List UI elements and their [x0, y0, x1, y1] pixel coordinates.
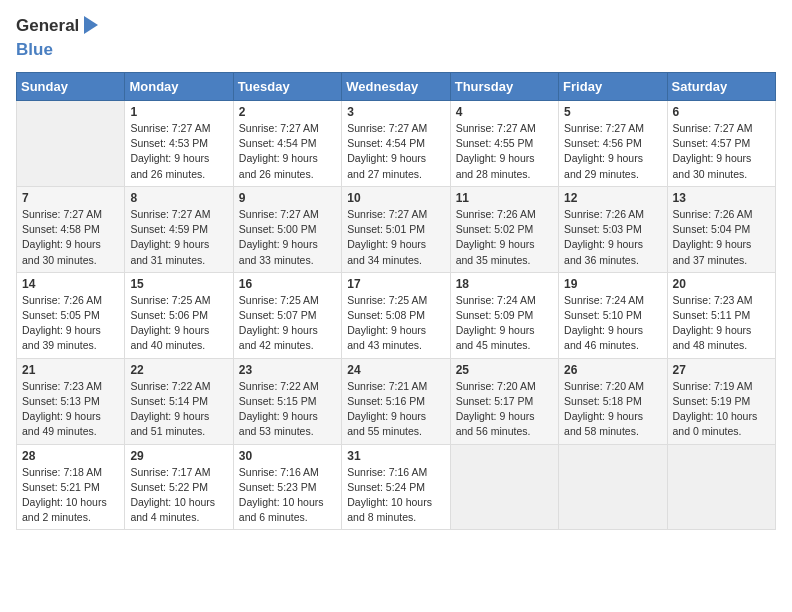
day-info: Sunrise: 7:16 AMSunset: 5:24 PMDaylight:…	[347, 465, 444, 526]
day-number: 18	[456, 277, 553, 291]
day-number: 10	[347, 191, 444, 205]
calendar-cell: 7Sunrise: 7:27 AMSunset: 4:58 PMDaylight…	[17, 186, 125, 272]
weekday-sunday: Sunday	[17, 73, 125, 101]
day-number: 14	[22, 277, 119, 291]
day-number: 13	[673, 191, 770, 205]
day-info: Sunrise: 7:24 AMSunset: 5:10 PMDaylight:…	[564, 293, 661, 354]
week-row-2: 14Sunrise: 7:26 AMSunset: 5:05 PMDayligh…	[17, 272, 776, 358]
calendar-cell: 13Sunrise: 7:26 AMSunset: 5:04 PMDayligh…	[667, 186, 775, 272]
calendar-cell	[450, 444, 558, 530]
calendar-cell: 30Sunrise: 7:16 AMSunset: 5:23 PMDayligh…	[233, 444, 341, 530]
logo: General Blue	[16, 16, 98, 60]
day-info: Sunrise: 7:22 AMSunset: 5:14 PMDaylight:…	[130, 379, 227, 440]
day-number: 15	[130, 277, 227, 291]
day-number: 8	[130, 191, 227, 205]
day-info: Sunrise: 7:25 AMSunset: 5:08 PMDaylight:…	[347, 293, 444, 354]
day-number: 9	[239, 191, 336, 205]
day-number: 11	[456, 191, 553, 205]
week-row-1: 7Sunrise: 7:27 AMSunset: 4:58 PMDaylight…	[17, 186, 776, 272]
day-info: Sunrise: 7:22 AMSunset: 5:15 PMDaylight:…	[239, 379, 336, 440]
day-number: 6	[673, 105, 770, 119]
logo-wordmark: General	[16, 16, 98, 36]
calendar-cell: 15Sunrise: 7:25 AMSunset: 5:06 PMDayligh…	[125, 272, 233, 358]
day-info: Sunrise: 7:16 AMSunset: 5:23 PMDaylight:…	[239, 465, 336, 526]
day-info: Sunrise: 7:27 AMSunset: 4:58 PMDaylight:…	[22, 207, 119, 268]
day-info: Sunrise: 7:27 AMSunset: 5:00 PMDaylight:…	[239, 207, 336, 268]
day-info: Sunrise: 7:27 AMSunset: 4:57 PMDaylight:…	[673, 121, 770, 182]
logo-text-general: General	[16, 16, 79, 36]
day-info: Sunrise: 7:27 AMSunset: 4:53 PMDaylight:…	[130, 121, 227, 182]
day-info: Sunrise: 7:23 AMSunset: 5:11 PMDaylight:…	[673, 293, 770, 354]
calendar-cell: 24Sunrise: 7:21 AMSunset: 5:16 PMDayligh…	[342, 358, 450, 444]
day-number: 2	[239, 105, 336, 119]
day-number: 24	[347, 363, 444, 377]
day-info: Sunrise: 7:27 AMSunset: 4:54 PMDaylight:…	[239, 121, 336, 182]
weekday-thursday: Thursday	[450, 73, 558, 101]
logo-text-blue: Blue	[16, 40, 53, 59]
day-number: 5	[564, 105, 661, 119]
day-info: Sunrise: 7:20 AMSunset: 5:17 PMDaylight:…	[456, 379, 553, 440]
day-number: 22	[130, 363, 227, 377]
day-number: 28	[22, 449, 119, 463]
calendar-cell: 10Sunrise: 7:27 AMSunset: 5:01 PMDayligh…	[342, 186, 450, 272]
calendar-cell: 27Sunrise: 7:19 AMSunset: 5:19 PMDayligh…	[667, 358, 775, 444]
day-number: 25	[456, 363, 553, 377]
weekday-wednesday: Wednesday	[342, 73, 450, 101]
logo-text-blue-wrap: Blue	[16, 40, 53, 60]
day-number: 12	[564, 191, 661, 205]
day-number: 29	[130, 449, 227, 463]
day-info: Sunrise: 7:24 AMSunset: 5:09 PMDaylight:…	[456, 293, 553, 354]
calendar-cell: 25Sunrise: 7:20 AMSunset: 5:17 PMDayligh…	[450, 358, 558, 444]
day-number: 23	[239, 363, 336, 377]
day-number: 20	[673, 277, 770, 291]
weekday-monday: Monday	[125, 73, 233, 101]
day-info: Sunrise: 7:27 AMSunset: 4:55 PMDaylight:…	[456, 121, 553, 182]
calendar-cell: 9Sunrise: 7:27 AMSunset: 5:00 PMDaylight…	[233, 186, 341, 272]
day-info: Sunrise: 7:23 AMSunset: 5:13 PMDaylight:…	[22, 379, 119, 440]
day-info: Sunrise: 7:20 AMSunset: 5:18 PMDaylight:…	[564, 379, 661, 440]
calendar-cell: 22Sunrise: 7:22 AMSunset: 5:14 PMDayligh…	[125, 358, 233, 444]
weekday-saturday: Saturday	[667, 73, 775, 101]
day-info: Sunrise: 7:26 AMSunset: 5:02 PMDaylight:…	[456, 207, 553, 268]
day-info: Sunrise: 7:25 AMSunset: 5:07 PMDaylight:…	[239, 293, 336, 354]
day-info: Sunrise: 7:17 AMSunset: 5:22 PMDaylight:…	[130, 465, 227, 526]
calendar-cell: 6Sunrise: 7:27 AMSunset: 4:57 PMDaylight…	[667, 101, 775, 187]
day-number: 1	[130, 105, 227, 119]
calendar-cell	[17, 101, 125, 187]
calendar-cell: 20Sunrise: 7:23 AMSunset: 5:11 PMDayligh…	[667, 272, 775, 358]
day-info: Sunrise: 7:27 AMSunset: 4:56 PMDaylight:…	[564, 121, 661, 182]
calendar-table: SundayMondayTuesdayWednesdayThursdayFrid…	[16, 72, 776, 530]
calendar-cell: 19Sunrise: 7:24 AMSunset: 5:10 PMDayligh…	[559, 272, 667, 358]
day-number: 7	[22, 191, 119, 205]
day-number: 30	[239, 449, 336, 463]
calendar-cell: 31Sunrise: 7:16 AMSunset: 5:24 PMDayligh…	[342, 444, 450, 530]
day-info: Sunrise: 7:25 AMSunset: 5:06 PMDaylight:…	[130, 293, 227, 354]
calendar-cell: 26Sunrise: 7:20 AMSunset: 5:18 PMDayligh…	[559, 358, 667, 444]
calendar-cell: 1Sunrise: 7:27 AMSunset: 4:53 PMDaylight…	[125, 101, 233, 187]
calendar-cell: 18Sunrise: 7:24 AMSunset: 5:09 PMDayligh…	[450, 272, 558, 358]
calendar-cell	[667, 444, 775, 530]
day-number: 3	[347, 105, 444, 119]
calendar-cell: 8Sunrise: 7:27 AMSunset: 4:59 PMDaylight…	[125, 186, 233, 272]
calendar-cell: 23Sunrise: 7:22 AMSunset: 5:15 PMDayligh…	[233, 358, 341, 444]
day-info: Sunrise: 7:18 AMSunset: 5:21 PMDaylight:…	[22, 465, 119, 526]
calendar-cell: 11Sunrise: 7:26 AMSunset: 5:02 PMDayligh…	[450, 186, 558, 272]
day-info: Sunrise: 7:26 AMSunset: 5:03 PMDaylight:…	[564, 207, 661, 268]
calendar-cell: 14Sunrise: 7:26 AMSunset: 5:05 PMDayligh…	[17, 272, 125, 358]
weekday-friday: Friday	[559, 73, 667, 101]
weekday-tuesday: Tuesday	[233, 73, 341, 101]
calendar-cell: 12Sunrise: 7:26 AMSunset: 5:03 PMDayligh…	[559, 186, 667, 272]
day-number: 4	[456, 105, 553, 119]
calendar-cell	[559, 444, 667, 530]
day-info: Sunrise: 7:27 AMSunset: 4:59 PMDaylight:…	[130, 207, 227, 268]
week-row-0: 1Sunrise: 7:27 AMSunset: 4:53 PMDaylight…	[17, 101, 776, 187]
calendar-cell: 2Sunrise: 7:27 AMSunset: 4:54 PMDaylight…	[233, 101, 341, 187]
day-info: Sunrise: 7:27 AMSunset: 5:01 PMDaylight:…	[347, 207, 444, 268]
week-row-3: 21Sunrise: 7:23 AMSunset: 5:13 PMDayligh…	[17, 358, 776, 444]
calendar-cell: 28Sunrise: 7:18 AMSunset: 5:21 PMDayligh…	[17, 444, 125, 530]
calendar-cell: 3Sunrise: 7:27 AMSunset: 4:54 PMDaylight…	[342, 101, 450, 187]
calendar-cell: 16Sunrise: 7:25 AMSunset: 5:07 PMDayligh…	[233, 272, 341, 358]
day-info: Sunrise: 7:21 AMSunset: 5:16 PMDaylight:…	[347, 379, 444, 440]
calendar-cell: 21Sunrise: 7:23 AMSunset: 5:13 PMDayligh…	[17, 358, 125, 444]
weekday-header-row: SundayMondayTuesdayWednesdayThursdayFrid…	[17, 73, 776, 101]
